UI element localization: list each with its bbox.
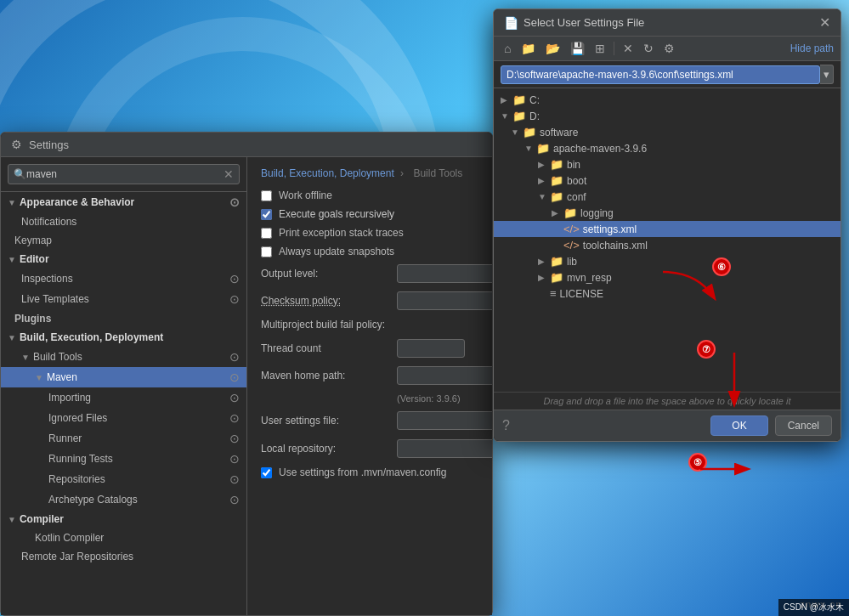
sidebar-item-label: Notifications [21,216,76,228]
execute-goals-label: Execute goals recursively [279,208,394,220]
indicator-icon: ⊙ [229,452,240,466]
execute-goals-checkbox[interactable] [261,209,272,220]
hide-path-button[interactable]: Hide path [790,42,834,54]
toolbar-folder-button[interactable]: 📁 [518,40,539,57]
sidebar-item-keymap[interactable]: Keymap [1,231,246,250]
arrow-icon: ▼ [35,373,43,382]
search-input[interactable] [26,168,224,180]
dialog-path-input[interactable] [501,65,820,84]
search-clear-button[interactable]: ✕ [224,167,234,181]
sidebar-item-importing[interactable]: Importing ⊙ [1,387,246,408]
dialog-help-button[interactable]: ? [502,418,510,433]
cancel-button[interactable]: Cancel [775,415,832,436]
thread-count-input[interactable] [397,339,465,358]
tree-item-c[interactable]: ▶ 📁 C: [494,92,841,108]
local-repo-input[interactable]: D:\software\apache-maven-3.9.6\mvn_resp [397,439,492,458]
tree-item-bin[interactable]: ▶ 📁 bin [494,156,841,172]
ok-button[interactable]: OK [710,415,767,436]
tree-arrow-icon: ▼ [538,192,546,201]
path-dropdown-button[interactable]: ▾ [820,65,834,84]
tree-arrow-icon: ▶ [538,176,546,185]
sidebar-item-label: Running Tests [48,453,113,465]
tree-item-toolchains-xml[interactable]: </> toolchains.xml [494,237,841,253]
tree-item-label: boot [567,175,586,187]
toolbar-home-button[interactable]: ⌂ [501,40,514,57]
sidebar-item-remote-jar[interactable]: Remote Jar Repositories [1,547,246,566]
toolbar-delete-button[interactable]: ✕ [620,40,637,57]
annotation-7: ⑦ [697,340,716,359]
print-exceptions-checkbox[interactable] [261,228,272,239]
work-offline-label: Work offline [279,189,332,201]
breadcrumb-link[interactable]: Build, Execution, Deployment [261,167,394,179]
tree-item-apache-maven[interactable]: ▼ 📁 apache-maven-3.9.6 [494,140,841,156]
tree-item-software[interactable]: ▼ 📁 software [494,124,841,140]
dialog-close-button[interactable]: ✕ [819,14,830,31]
arrow-icon: ▼ [8,255,16,264]
sidebar-item-running-tests[interactable]: Running Tests ⊙ [1,449,246,469]
dialog-titlebar: 📄 Select User Settings File ✕ [494,9,841,37]
thread-count-row: Thread count [261,339,478,358]
folder-icon: 📁 [550,255,563,268]
work-offline-checkbox[interactable] [261,190,272,201]
maven-home-input[interactable]: D:\software\apache-maven-3.9.6 [397,366,492,385]
user-settings-input[interactable]: D:\software\apache-maven-3.9.6\conf\sett… [397,411,492,430]
user-settings-label: User settings file: [261,415,397,427]
search-input-wrap[interactable]: 🔍 ✕ [8,164,240,184]
sidebar-item-label: Archetype Catalogs [48,494,138,506]
tree-item-label: logging [580,207,614,219]
checksum-policy-row: Checksum policy: ▾ [261,291,478,310]
indicator-icon: ⊙ [229,432,240,445]
toolbar-expand-button[interactable]: ⊞ [591,40,608,57]
sidebar-item-label: Importing [48,392,91,404]
toolbar-new-folder-button[interactable]: 📂 [542,40,563,57]
sidebar-item-live-templates[interactable]: Live Templates ⊙ [1,289,246,309]
sidebar-item-maven[interactable]: ▼ Maven ⊙ [1,367,246,387]
sidebar-item-plugins[interactable]: Plugins [1,309,246,328]
toolbar-refresh-button[interactable]: ↻ [640,40,657,57]
use-settings-checkbox[interactable] [261,467,272,478]
sidebar-item-appearance[interactable]: ▼ Appearance & Behavior ⊙ [1,192,246,212]
option-execute-goals: Execute goals recursively [261,208,478,220]
checksum-policy-input[interactable] [397,291,492,310]
tree-item-boot[interactable]: ▶ 📁 boot [494,172,841,189]
sidebar-item-build-exec[interactable]: ▼ Build, Execution, Deployment [1,328,246,347]
sidebar-item-kotlin-compiler[interactable]: Kotlin Compiler [1,528,246,547]
tree-item-settings-xml[interactable]: </> settings.xml [494,221,841,237]
toolbar-settings-button[interactable]: ⚙ [660,40,678,57]
always-update-checkbox[interactable] [261,246,272,257]
sidebar-item-label: Ignored Files [48,412,107,424]
indicator-icon: ⊙ [229,292,240,306]
file-dialog: 📄 Select User Settings File ✕ ⌂ 📁 📂 💾 ⊞ … [493,8,841,442]
sidebar-item-repositories[interactable]: Repositories ⊙ [1,469,246,489]
tree-item-logging[interactable]: ▶ 📁 logging [494,205,841,221]
tree-item-license[interactable]: ≡ LICENSE [494,285,841,302]
sidebar-item-archetype-catalogs[interactable]: Archetype Catalogs ⊙ [1,489,246,510]
breadcrumb-separator: › [400,167,404,179]
tree-item-conf[interactable]: ▼ 📁 conf [494,189,841,205]
local-repo-row: Local repository: D:\software\apache-mav… [261,438,478,458]
tree-item-d[interactable]: ▼ 📁 D: [494,108,841,124]
settings-titlebar: ⚙ Settings [1,133,492,157]
toolbar-disk-button[interactable]: 💾 [567,40,588,57]
tree-item-lib[interactable]: ▶ 📁 lib [494,253,841,269]
sidebar-item-editor[interactable]: ▼ Editor [1,250,246,268]
sidebar-item-build-tools[interactable]: ▼ Build Tools ⊙ [1,347,246,367]
tree-item-mvn-resp[interactable]: ▶ 📁 mvn_resp [494,269,841,285]
tree-item-label: bin [567,159,580,171]
folder-icon: 📁 [523,126,536,138]
sidebar-item-notifications[interactable]: Notifications [1,212,246,231]
sidebar-item-runner[interactable]: Runner ⊙ [1,428,246,449]
tree-item-label: apache-maven-3.9.6 [553,143,647,155]
sidebar-item-inspections[interactable]: Inspections ⊙ [1,268,246,289]
output-level-input[interactable] [397,264,492,283]
sidebar-item-label: Kotlin Compiler [35,532,104,544]
tree-item-label: LICENSE [560,288,603,300]
folder-icon: 📁 [512,110,526,122]
arrow-icon: ▼ [8,198,16,207]
build-fail-policy-label: Multiproject build fail policy: [261,319,397,331]
sidebar-item-ignored-files[interactable]: Ignored Files ⊙ [1,408,246,428]
sidebar-item-compiler[interactable]: ▼ Compiler [1,510,246,528]
tree-arrow-icon: ▶ [538,273,546,282]
tree-item-label: D: [529,110,540,122]
indicator-icon: ⊙ [229,493,240,506]
